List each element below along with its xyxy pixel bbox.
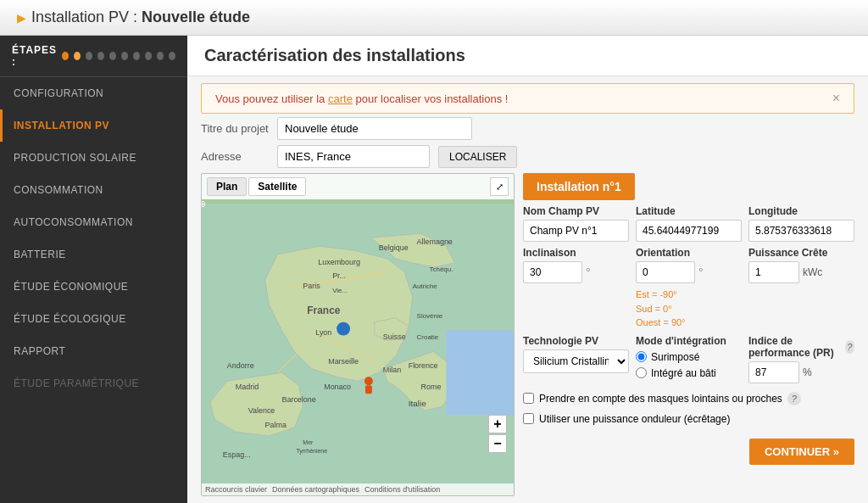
latitude-input[interactable] (636, 220, 742, 242)
mode-integration-label: Mode d'intégration (636, 335, 742, 347)
header-title: Installation PV : Nouvelle étude (31, 8, 250, 26)
inclinaison-input[interactable] (523, 261, 582, 283)
installation-button[interactable]: Installation n°1 (523, 173, 635, 200)
svg-text:Pr...: Pr... (332, 271, 346, 280)
pr-label: Indice de performance (PR) (748, 335, 842, 359)
sidebar-item-production-solaire[interactable]: PRODUCTION SOLAIRE (0, 142, 187, 174)
map-zoom-controls: + − (488, 415, 507, 453)
svg-point-38 (337, 322, 350, 336)
svg-text:Barcelone: Barcelone (281, 395, 315, 404)
address-row: Adresse LOCALISER (201, 145, 854, 168)
radio-integre-row: Intégré au bâti (636, 367, 742, 379)
hint-ouest: Ouest = 90° (636, 316, 742, 330)
puissance-input-wrapper: kWc (748, 261, 854, 283)
close-icon[interactable]: × (832, 91, 840, 106)
inclinaison-label: Inclinaison (523, 247, 629, 259)
radio-surimpose[interactable] (636, 351, 647, 362)
longitude-input[interactable] (748, 220, 854, 242)
svg-text:Italie: Italie (409, 399, 426, 408)
bottom-section: Prendre en compte des masques lointains … (523, 388, 854, 425)
zoom-out-button[interactable]: − (488, 434, 507, 453)
inclinaison-degree: ° (586, 265, 591, 279)
svg-text:Tyrrhéniene: Tyrrhéniene (296, 448, 327, 455)
address-input[interactable] (277, 145, 430, 168)
svg-text:Monaco: Monaco (324, 383, 351, 391)
pr-group: Indice de performance (PR) ? % (748, 335, 854, 383)
map-svg[interactable]: Paris Lyon Marseille Barcelone Suisse Mi… (202, 199, 514, 495)
orientation-group: Orientation ° Est = -90° Sud = 0° Oues (636, 247, 742, 330)
orientation-input[interactable] (636, 261, 695, 283)
sidebar-item-etude-parametrique[interactable]: ÉTUDE PARAMÉTRIQUE (0, 367, 187, 400)
puissance-crete-input[interactable] (748, 261, 799, 283)
info-banner: Vous pouvez utiliser la carte pour local… (201, 83, 854, 114)
svg-text:Rome: Rome (421, 383, 442, 391)
sidebar-item-batterie[interactable]: BATTERIE (0, 238, 187, 271)
svg-text:Belgique: Belgique (379, 243, 409, 252)
technologie-group: Technologie PV Silicium Cristallin (523, 335, 629, 373)
map-plan-button[interactable]: Plan (207, 177, 247, 196)
sidebar-menu: CONFIGURATION INSTALLATION PV PRODUCTION… (0, 77, 187, 503)
masks-checkbox-row: Prendre en compte des masques lointains … (523, 392, 854, 405)
radio-integre[interactable] (636, 367, 647, 378)
sidebar-item-configuration[interactable]: CONFIGURATION (0, 77, 187, 109)
map-footer: Raccourcis clavier Données cartographiqu… (202, 483, 514, 495)
map-footer-shortcuts: Raccourcis clavier (205, 485, 267, 494)
orientation-input-wrapper: ° (636, 261, 742, 283)
step-dot-3 (86, 52, 92, 60)
latitude-group: Latitude (636, 205, 742, 242)
sidebar-item-consommation[interactable]: CONSOMMATION (0, 174, 187, 206)
svg-text:Tchéqu.: Tchéqu. (430, 265, 453, 273)
sidebar-item-etude-economique[interactable]: ÉTUDE ÉCONOMIQUE (0, 271, 187, 303)
masks-checkbox[interactable] (523, 393, 534, 404)
svg-text:Milan: Milan (383, 366, 401, 374)
svg-text:Lyon: Lyon (315, 328, 331, 337)
orientation-label: Orientation (636, 247, 742, 259)
nom-champ-input[interactable] (523, 220, 629, 242)
svg-text:Valence: Valence (248, 406, 275, 415)
map-footer-conditions: Conditions d'utilisation (364, 485, 440, 494)
nom-champ-group: Nom Champ PV (523, 205, 629, 242)
project-input[interactable] (277, 117, 472, 140)
continuer-button[interactable]: CONTINUER » (749, 439, 854, 465)
puissance-crete-label: Puissance Crête (748, 247, 854, 259)
sidebar: ÉTAPES : CONFIGURATION INSTALLATION PV P… (0, 36, 187, 503)
sidebar-item-autoconsommation[interactable]: AUTOCONSOMMATION (0, 206, 187, 238)
sidebar-item-installation-pv[interactable]: INSTALLATION PV (0, 109, 187, 142)
sidebar-item-rapport[interactable]: RAPPORT (0, 335, 187, 367)
step-dot-5 (109, 52, 116, 60)
expand-icon[interactable]: ⤢ (490, 177, 509, 196)
svg-text:Suisse: Suisse (383, 333, 406, 341)
masks-help-icon[interactable]: ? (787, 392, 801, 405)
svg-text:Madrid: Madrid (236, 383, 259, 391)
radio-integre-label: Intégré au bâti (651, 367, 716, 379)
orientation-spinner (636, 261, 695, 283)
technologie-select[interactable]: Silicium Cristallin (523, 349, 629, 373)
svg-text:Croatie: Croatie (417, 333, 439, 341)
step-dot-4 (97, 52, 104, 60)
latitude-label: Latitude (636, 205, 742, 217)
pr-input[interactable] (748, 361, 799, 383)
sidebar-item-etude-ecologique[interactable]: ÉTUDE ÉCOLOGIQUE (0, 303, 187, 335)
fields-row-3: Technologie PV Silicium Cristallin Mode … (523, 335, 854, 383)
radio-surimpose-label: Surimposé (651, 351, 699, 363)
page-title: Caractérisation des installations (187, 36, 868, 76)
zoom-in-button[interactable]: + (488, 415, 507, 433)
radio-group: Surimposé Intégré au bâti (636, 351, 742, 379)
right-panel: Installation n°1 Nom Champ PV Latitude L (523, 173, 854, 496)
pr-help-icon[interactable]: ? (845, 340, 854, 354)
localiser-button[interactable]: LOCALISER (438, 146, 517, 168)
map-satellite-button[interactable]: Satellite (248, 177, 306, 196)
header: ▶ Installation PV : Nouvelle étude (0, 0, 868, 36)
onduleur-checkbox[interactable] (523, 413, 534, 424)
svg-text:Paris: Paris (303, 282, 320, 290)
inclinaison-input-wrapper: ° (523, 261, 629, 283)
carte-link[interactable]: carte (328, 92, 353, 105)
svg-text:Vie...: Vie... (332, 287, 348, 294)
hint-est: Est = -90° (636, 288, 742, 302)
svg-text:Marseille: Marseille (328, 357, 359, 366)
svg-text:Luxembourg: Luxembourg (318, 258, 360, 266)
svg-text:Mer: Mer (303, 439, 314, 445)
info-banner-text: Vous pouvez utiliser la carte pour local… (215, 92, 508, 105)
pr-input-wrapper: % (748, 361, 854, 383)
mode-integration-group: Mode d'intégration Surimposé Intégré au … (636, 335, 742, 379)
